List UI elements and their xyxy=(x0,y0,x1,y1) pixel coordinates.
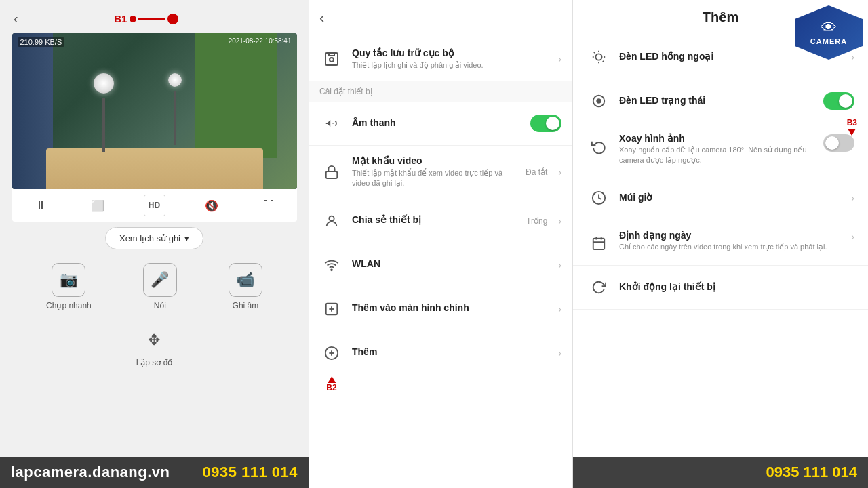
right-item-mui-gio[interactable]: Múi giờ › xyxy=(573,176,868,220)
wlan-chevron: › xyxy=(558,260,561,270)
b3-annotation: B3 xyxy=(847,118,857,136)
crop-button[interactable]: ⬜ xyxy=(87,195,108,216)
them-vao-chevron: › xyxy=(558,304,561,314)
svg-line-14 xyxy=(594,52,595,53)
settings-item-them[interactable]: B2 Thêm › xyxy=(309,331,572,375)
b3-label: B3 xyxy=(847,118,857,127)
phone-text: 0935 111 014 xyxy=(202,464,298,481)
equip-tripod-2 xyxy=(174,91,176,145)
equip-tripod-1 xyxy=(102,98,105,152)
hd-button[interactable]: HD xyxy=(144,195,165,216)
back-button-left[interactable]: ‹ xyxy=(14,11,18,26)
svg-rect-21 xyxy=(593,238,605,249)
right-item-khoi-dong[interactable]: Khởi động lại thiết bị xyxy=(573,266,868,310)
luu-tru-chevron: › xyxy=(558,54,561,64)
right-item-dinh-dang[interactable]: Định dạng ngày Chỉ cho các ngày trên vid… xyxy=(573,220,868,266)
action-talk[interactable]: 🎤 Nói xyxy=(143,263,177,310)
action-snapshot[interactable]: 📷 Chụp nhanh xyxy=(46,263,92,310)
them-vao-title: Thêm vào màn hình chính xyxy=(352,302,550,313)
bottom-watermark: lapcamera.danang.vn 0935 111 014 xyxy=(0,457,309,488)
talk-icon: 🎤 xyxy=(143,263,177,297)
back-button-mid[interactable]: ‹ xyxy=(319,9,324,27)
mat-khau-title: Mật khẩu video xyxy=(352,155,517,166)
chia-se-text: Chia sẻ thiết bị xyxy=(352,214,518,227)
snapshot-icon: 📷 xyxy=(52,263,85,297)
svg-line-15 xyxy=(603,61,604,62)
section-cai-dat: Cài đặt thiết bị xyxy=(309,81,572,102)
chia-se-chevron: › xyxy=(558,216,561,226)
equip-light-1 xyxy=(94,73,114,94)
camera-scene xyxy=(12,33,297,189)
xoay-toggle[interactable] xyxy=(823,134,854,152)
camera-controls: ⏸ ⬜ HD 🔇 ⛶ xyxy=(12,189,297,222)
chia-se-value: Trống xyxy=(526,216,547,226)
den-led-trang-text: Đèn LED trạng thái xyxy=(619,95,815,107)
pause-button[interactable]: ⏸ xyxy=(30,195,52,216)
mat-khau-icon xyxy=(319,160,344,184)
settings-middle: ‹ Quy tắc lưu trữ cục bộ Thiết lập lịch … xyxy=(309,0,573,488)
settings-item-am-thanh[interactable]: Âm thanh xyxy=(309,102,572,146)
dinh-dang-desc: Chỉ cho các ngày trên video trong khi xe… xyxy=(619,242,843,252)
den-led-trang-toggle[interactable] xyxy=(823,92,854,110)
luu-tru-text: Quy tắc lưu trữ cục bộ Thiết lập lịch gh… xyxy=(352,47,550,70)
wlan-title: WLAN xyxy=(352,258,550,269)
am-thanh-toggle[interactable] xyxy=(530,115,561,132)
settings-item-wlan[interactable]: WLAN › xyxy=(309,243,572,287)
xoay-toggle-knob xyxy=(825,136,839,150)
mui-gio-icon xyxy=(587,186,611,210)
them-vao-icon xyxy=(319,297,344,321)
scene-equipment xyxy=(94,73,182,152)
them-chevron: › xyxy=(558,348,561,359)
settings-mid-header: ‹ xyxy=(309,0,572,37)
step-dot-end xyxy=(167,14,178,24)
svg-point-4 xyxy=(331,269,332,270)
dinh-dang-title: Định dạng ngày xyxy=(619,230,843,241)
dinh-dang-icon xyxy=(587,231,611,256)
svg-point-1 xyxy=(330,58,334,62)
website-text: lapcamera.danang.vn xyxy=(11,464,170,481)
xoay-text: Xoay hình ảnh Xoay nguồn cấp dữ liệu cam… xyxy=(619,133,815,166)
action-record[interactable]: 📹 Ghi âm xyxy=(229,263,262,310)
right-item-xoay[interactable]: Xoay hình ảnh Xoay nguồn cấp dữ liệu cam… xyxy=(573,123,868,176)
logo-eye-icon: 👁 xyxy=(821,20,837,36)
am-thanh-icon xyxy=(319,111,344,136)
mat-khau-desc: Thiết lập mật khẩu để xem video trực tiế… xyxy=(352,168,517,189)
talk-label: Nói xyxy=(154,301,166,310)
den-led-trang-knob xyxy=(839,94,852,108)
settings-item-them-vao[interactable]: Thêm vào màn hình chính › xyxy=(309,287,572,331)
equip-light-2 xyxy=(168,73,182,87)
khoi-dong-text: Khởi động lại thiết bị xyxy=(619,281,854,293)
xoay-toggle-container: B3 xyxy=(823,133,854,152)
den-led-hong-icon xyxy=(587,45,611,69)
den-led-trang-title: Đèn LED trạng thái xyxy=(619,95,815,106)
right-item-den-led-trang[interactable]: Đèn LED trạng thái xyxy=(573,79,868,123)
step-b1-label: B1 xyxy=(114,13,127,24)
settings-item-chia-se[interactable]: Chia sẻ thiết bị Trống › xyxy=(309,199,572,243)
settings-item-mat-khau[interactable]: Mật khẩu video Thiết lập mật khẩu để xem… xyxy=(309,146,572,199)
svg-point-19 xyxy=(597,99,601,103)
mute-button[interactable]: 🔇 xyxy=(201,195,222,216)
step-line-bar xyxy=(138,18,165,20)
svg-rect-0 xyxy=(326,53,338,65)
settings-right-title: Thêm xyxy=(703,9,738,25)
right-panel: ‹ Quy tắc lưu trữ cục bộ Thiết lập lịch … xyxy=(309,0,868,488)
scene-floor xyxy=(46,148,263,189)
svg-point-11 xyxy=(595,54,601,60)
map-item[interactable]: ✥ Lập sơ đồ xyxy=(136,327,173,367)
dinh-dang-chevron: › xyxy=(851,231,854,242)
logo-hexagon: 👁 CAMERA xyxy=(795,5,863,60)
mui-gio-chevron: › xyxy=(851,192,854,203)
wlan-text: WLAN xyxy=(352,258,550,271)
settings-item-luu-tru[interactable]: Quy tắc lưu trữ cục bộ Thiết lập lịch gh… xyxy=(309,37,572,81)
chia-se-title: Chia sẻ thiết bị xyxy=(352,214,518,225)
khoi-dong-icon xyxy=(587,275,611,300)
mui-gio-text: Múi giờ xyxy=(619,192,843,204)
mat-khau-text: Mật khẩu video Thiết lập mật khẩu để xem… xyxy=(352,155,517,189)
mui-gio-title: Múi giờ xyxy=(619,192,843,203)
history-button[interactable]: Xem lịch sử ghi ▾ xyxy=(105,227,203,249)
camera-datetime: 2021-08-22 10:58:41 xyxy=(229,37,292,45)
am-thanh-text: Âm thanh xyxy=(352,117,522,130)
svg-point-3 xyxy=(329,216,334,220)
logo-text: CAMERA xyxy=(810,37,847,45)
fullscreen-button[interactable]: ⛶ xyxy=(258,195,279,216)
